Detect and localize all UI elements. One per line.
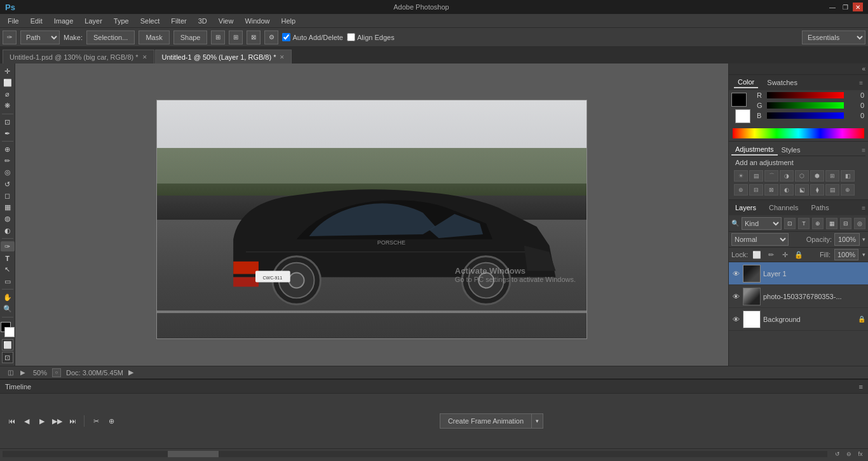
close-button[interactable]: ✕	[853, 3, 863, 11]
path-align-icon[interactable]: ⊞	[229, 30, 243, 44]
tool-icon[interactable]: ✑	[3, 30, 17, 44]
marquee-tool-btn[interactable]: ⬜	[1, 77, 15, 88]
gradient-map-adj[interactable]: ▤	[825, 184, 839, 196]
layer-kind-select[interactable]: Kind Name Effect Mode	[742, 217, 782, 230]
timeline-menu-btn[interactable]: ≡	[859, 383, 863, 391]
red-slider[interactable]	[767, 92, 844, 98]
timeline-prev-btn[interactable]: ◀	[20, 415, 33, 427]
canvas-area[interactable]: CWC-911 PORSCHE Activate Windows Go to P…	[15, 63, 728, 366]
blue-slider[interactable]	[767, 112, 844, 119]
lock-all-icon[interactable]: 🔒	[794, 250, 804, 260]
auto-add-delete-label[interactable]: Auto Add/Delete	[282, 33, 343, 41]
opacity-value[interactable]: 100%	[834, 233, 860, 246]
document-tab-1[interactable]: Untitled-1.psd @ 130% (big car, RGB/8) *…	[3, 50, 154, 63]
selection-button[interactable]: Selection...	[86, 30, 135, 44]
scrollbar-thumb[interactable]	[168, 451, 219, 457]
green-slider[interactable]	[767, 102, 844, 109]
timeline-cut-btn[interactable]: ✂	[90, 415, 102, 427]
shape-tool-btn[interactable]: ▭	[1, 276, 15, 286]
status-right-arrow[interactable]: ▶	[128, 368, 133, 377]
rotate-view-btn[interactable]: ↺	[832, 449, 843, 459]
menu-image[interactable]: Image	[49, 16, 79, 26]
screen-mode-btn-bottom[interactable]: ◫	[5, 368, 15, 378]
path-settings-icon[interactable]: ⚙	[264, 30, 278, 44]
fit-screen-btn[interactable]: fx	[855, 449, 865, 459]
channel-mixer-adj[interactable]: ⊟	[749, 184, 763, 196]
status-arrow-btn[interactable]: ▶	[18, 368, 28, 378]
history-btn[interactable]: ↺	[1, 179, 15, 189]
adjustments-tab[interactable]: Adjustments	[731, 144, 778, 156]
color-balance-adj[interactable]: ⊞	[825, 170, 839, 182]
color-panel-menu[interactable]: ≡	[859, 79, 863, 86]
menu-layer[interactable]: Layer	[79, 16, 107, 26]
restore-button[interactable]: ❐	[840, 3, 850, 11]
lock-position-icon[interactable]: ✏	[766, 250, 776, 260]
adj-panel-menu[interactable]: ≡	[862, 147, 865, 154]
layer1-visibility[interactable]: 👁	[731, 269, 740, 278]
filter-icon5[interactable]: ⊟	[840, 218, 851, 229]
canvas-image[interactable]: CWC-911 PORSCHE	[156, 100, 587, 339]
background-swatch[interactable]	[735, 109, 750, 123]
fill-value[interactable]: 100%	[834, 249, 858, 260]
mask-button[interactable]: Mask	[139, 30, 169, 44]
type-btn[interactable]: T	[1, 253, 15, 263]
align-edges-label[interactable]: Align Edges	[347, 33, 395, 41]
styles-tab[interactable]: Styles	[778, 145, 804, 155]
crop-tool-btn[interactable]: ⊡	[1, 117, 15, 127]
clone-btn[interactable]: ◎	[1, 168, 15, 178]
swatches-tab[interactable]: Swatches	[763, 77, 801, 88]
menu-help[interactable]: Help	[276, 16, 301, 26]
minimize-button[interactable]: —	[827, 3, 837, 11]
standard-mode-btn[interactable]: ⬜	[2, 339, 13, 351]
layer-item-layer1[interactable]: 👁 Layer 1	[729, 262, 868, 285]
brush-btn[interactable]: ✏	[1, 156, 15, 166]
tab-1-close[interactable]: ✕	[142, 54, 147, 60]
layer-item-background[interactable]: 👁 Background 🔒	[729, 308, 868, 331]
color-switcher[interactable]	[1, 322, 15, 335]
pen-tool-btn[interactable]: ✑	[1, 241, 15, 251]
brightness-adj[interactable]: ☀	[734, 170, 748, 182]
menu-filter[interactable]: Filter	[166, 16, 191, 26]
menu-3d[interactable]: 3D	[193, 16, 212, 26]
dodge-btn[interactable]: ◐	[1, 225, 15, 236]
move-tool-btn[interactable]: ✛	[1, 66, 15, 76]
timeline-last-btn[interactable]: ⏭	[66, 415, 79, 427]
blend-mode-select[interactable]: Normal Dissolve Multiply Screen Overlay	[731, 233, 789, 246]
posterize-adj[interactable]: ⬕	[795, 184, 809, 196]
timeline-play-btn[interactable]: ▶	[36, 415, 48, 427]
create-frame-dropdown[interactable]: ▾	[532, 413, 543, 429]
exposure-adj[interactable]: ◑	[780, 170, 794, 182]
menu-type[interactable]: Type	[109, 16, 134, 26]
paths-tab[interactable]: Paths	[805, 203, 836, 213]
eyedropper-btn[interactable]: ✒	[1, 128, 15, 138]
bw-adj[interactable]: ◧	[841, 170, 855, 182]
layers-panel-menu[interactable]: ≡	[862, 204, 868, 211]
auto-add-delete-checkbox[interactable]	[282, 33, 290, 41]
levels-adj[interactable]: ▤	[749, 170, 763, 182]
gradient-btn[interactable]: ▦	[1, 203, 15, 213]
selective-color-adj[interactable]: ⊕	[841, 184, 855, 196]
path-arrange-icon[interactable]: ⊠	[247, 30, 261, 44]
screen-mode-btn[interactable]: ⊡	[2, 352, 13, 363]
path-select[interactable]: Path Shape Pixels	[20, 30, 60, 44]
path-select-btn[interactable]: ↖	[1, 265, 15, 275]
hue-sat-adj[interactable]: ⬢	[810, 170, 824, 182]
eraser-btn[interactable]: ◻	[1, 190, 15, 201]
timeline-next-btn[interactable]: ▶▶	[51, 415, 64, 427]
color-spectrum[interactable]	[733, 128, 864, 138]
menu-edit[interactable]: Edit	[25, 16, 48, 26]
layer-item-photo[interactable]: 👁 photo-1503376780353-...	[729, 285, 868, 308]
shape-button[interactable]: Shape	[173, 30, 208, 44]
channels-tab[interactable]: Channels	[763, 203, 804, 213]
status-indicator[interactable]: ○	[52, 368, 61, 377]
invert-adj[interactable]: ◐	[780, 184, 794, 196]
quick-select-btn[interactable]: ❋	[1, 101, 15, 111]
filter-toggle[interactable]: ◎	[854, 218, 865, 229]
color-tab[interactable]: Color	[734, 77, 758, 88]
healing-btn[interactable]: ⊕	[1, 144, 15, 154]
vibrance-adj[interactable]: ⬡	[795, 170, 809, 182]
filter-icon3[interactable]: ⊕	[812, 218, 824, 229]
lock-pixels-icon[interactable]: ⬜	[752, 250, 762, 260]
zoom-out-btn[interactable]: ⊖	[844, 449, 854, 459]
filter-icon4[interactable]: ▦	[826, 218, 837, 229]
